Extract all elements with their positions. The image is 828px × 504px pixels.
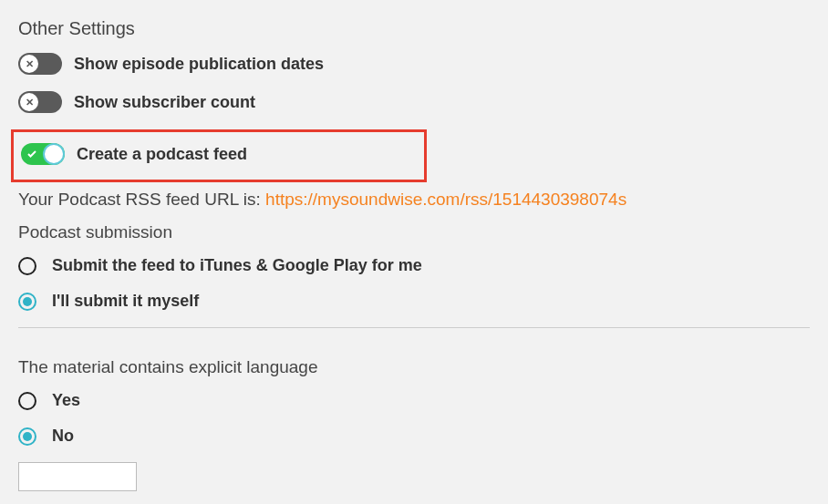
check-icon [26, 149, 37, 159]
toggle-show-subscribers[interactable]: ✕ [18, 91, 62, 113]
toggle-create-feed[interactable]: ✕ [21, 143, 65, 165]
radio-submit-myself-row: I'll submit it myself [18, 292, 810, 311]
rss-prefix: Your Podcast RSS feed URL is: [18, 190, 265, 209]
rss-link[interactable]: https://mysoundwise.com/rss/151443039807… [265, 190, 626, 209]
toggle-show-subscribers-label: Show subscriber count [74, 93, 255, 112]
toggle-show-dates-label: Show episode publication dates [74, 55, 324, 74]
toggle-show-dates[interactable]: ✕ [18, 53, 62, 75]
radio-submit-for-me[interactable] [18, 257, 36, 275]
x-icon: ✕ [26, 97, 34, 108]
toggle-knob: ✕ [20, 93, 38, 111]
radio-submit-for-me-row: Submit the feed to iTunes & Google Play … [18, 256, 810, 275]
toggle-knob: ✕ [20, 55, 38, 73]
radio-explicit-yes-row: Yes [18, 391, 810, 410]
section-heading: Other Settings [18, 18, 810, 39]
divider [18, 327, 810, 328]
toggle-create-feed-row: ✕ Create a podcast feed [21, 143, 417, 165]
toggle-knob: ✕ [45, 145, 63, 163]
toggle-create-feed-label: Create a podcast feed [77, 145, 247, 164]
radio-explicit-no-row: No [18, 427, 810, 446]
radio-submit-for-me-label: Submit the feed to iTunes & Google Play … [52, 256, 422, 275]
highlight-box: ✕ Create a podcast feed [11, 129, 427, 182]
radio-explicit-yes[interactable] [18, 392, 36, 410]
radio-explicit-yes-label: Yes [52, 391, 80, 410]
rss-info: Your Podcast RSS feed URL is: https://my… [18, 190, 810, 210]
submission-heading: Podcast submission [18, 222, 810, 242]
other-settings-section: Other Settings ✕ Show episode publicatio… [18, 18, 810, 491]
radio-submit-myself[interactable] [18, 293, 36, 311]
toggle-show-dates-row: ✕ Show episode publication dates [18, 53, 810, 75]
x-icon: ✕ [26, 58, 34, 70]
radio-explicit-no-label: No [52, 427, 74, 446]
toggle-show-subscribers-row: ✕ Show subscriber count [18, 91, 810, 113]
text-input[interactable] [18, 462, 137, 491]
explicit-heading: The material contains explicit language [18, 357, 810, 377]
radio-explicit-no[interactable] [18, 427, 36, 446]
radio-submit-myself-label: I'll submit it myself [52, 292, 199, 311]
